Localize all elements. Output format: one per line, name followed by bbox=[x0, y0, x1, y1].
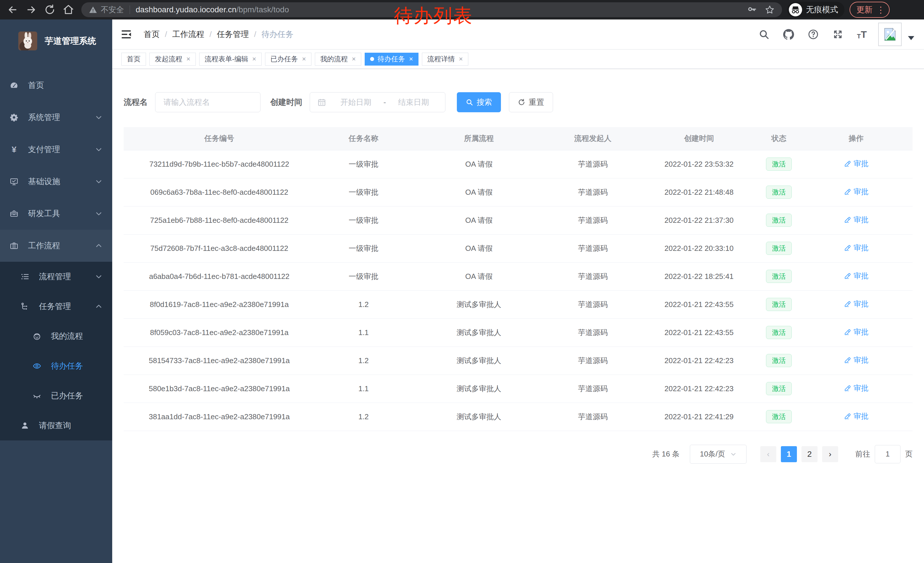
pen-icon bbox=[844, 384, 851, 392]
avatar-caret-icon[interactable] bbox=[908, 36, 914, 40]
filter-bar: 流程名 创建时间 开始日期 - 结束日期 搜索 重置 bbox=[124, 92, 912, 112]
next-page-button[interactable]: › bbox=[822, 446, 838, 462]
refresh-icon bbox=[518, 99, 525, 106]
toolbox-icon bbox=[10, 209, 18, 218]
sidebar-item-label: 任务管理 bbox=[39, 301, 71, 312]
approve-label: 审批 bbox=[854, 383, 868, 393]
cell-time: 2022-01-22 18:25:41 bbox=[640, 262, 758, 290]
sidebar-item-my-process[interactable]: 我的流程 bbox=[0, 321, 112, 351]
process-name-label: 流程名 bbox=[124, 97, 148, 108]
approve-link[interactable]: 审批 bbox=[844, 271, 868, 281]
page-button-2[interactable]: 2 bbox=[801, 446, 818, 462]
password-key-icon[interactable] bbox=[747, 5, 757, 15]
approve-link[interactable]: 审批 bbox=[844, 383, 868, 393]
tab-流程表单-编辑[interactable]: 流程表单-编辑× bbox=[199, 53, 262, 66]
home-icon[interactable] bbox=[63, 4, 74, 15]
approve-link[interactable]: 审批 bbox=[844, 355, 868, 365]
approve-link[interactable]: 审批 bbox=[844, 327, 868, 337]
sidebar-item-done-task[interactable]: 已办任务 bbox=[0, 381, 112, 411]
table-row: 73211d9d-7b9b-11ec-b5b7-acde48001122一级审批… bbox=[124, 150, 912, 178]
page-size-select[interactable]: 10条/页 bbox=[690, 445, 747, 464]
process-name-input[interactable] bbox=[155, 92, 261, 112]
broken-image-icon bbox=[882, 26, 898, 42]
avatar[interactable] bbox=[878, 23, 902, 46]
approve-link[interactable]: 审批 bbox=[844, 187, 868, 197]
github-icon[interactable] bbox=[783, 29, 794, 40]
sidebar-item-system[interactable]: 系统管理 bbox=[0, 101, 112, 134]
tab-待办任务[interactable]: 待办任务× bbox=[364, 53, 418, 66]
breadcrumb-item[interactable]: 首页 bbox=[144, 29, 160, 40]
tab-close-icon[interactable]: × bbox=[352, 56, 356, 62]
sidebar-item-label: 基础设施 bbox=[28, 176, 60, 187]
pen-icon bbox=[844, 300, 851, 308]
cell-starter: 芋道源码 bbox=[546, 375, 640, 402]
table-row: 58154733-7ac8-11ec-a9e2-a2380e71991a1.2测… bbox=[124, 347, 912, 375]
goto-page-input[interactable] bbox=[875, 445, 900, 463]
tab-首页[interactable]: 首页 bbox=[122, 53, 146, 66]
page-button-1[interactable]: 1 bbox=[781, 446, 797, 462]
approve-label: 审批 bbox=[854, 243, 868, 253]
breadcrumb-item[interactable]: 任务管理 bbox=[217, 29, 249, 40]
page-unit-label: 页 bbox=[905, 449, 912, 459]
cell-status: 激活 bbox=[758, 262, 800, 290]
tab-我的流程[interactable]: 我的流程× bbox=[315, 53, 361, 66]
sidebar-item-process-mgmt[interactable]: 流程管理 bbox=[0, 262, 112, 291]
cell-name: 1.2 bbox=[315, 290, 412, 318]
sidebar-item-devtools[interactable]: 研发工具 bbox=[0, 198, 112, 230]
url-host: dashboard.yudao.iocoder.cn bbox=[136, 5, 237, 14]
browser-menu-icon[interactable]: ⋮ bbox=[876, 5, 885, 15]
cell-action: 审批 bbox=[800, 234, 912, 262]
help-icon[interactable] bbox=[808, 29, 819, 40]
sidebar-item-leave-query[interactable]: 请假查询 bbox=[0, 411, 112, 440]
sidebar-logo-row[interactable]: 芋道管理系统 bbox=[0, 20, 112, 62]
breadcrumb-item[interactable]: 工作流程 bbox=[172, 29, 204, 40]
table-row: 580e1b3d-7ac8-11ec-a9e2-a2380e71991a1.1测… bbox=[124, 375, 912, 402]
date-range-picker[interactable]: 开始日期 - 结束日期 bbox=[310, 92, 446, 112]
chevron-down-icon bbox=[95, 178, 102, 185]
eye-closed-icon bbox=[33, 392, 41, 400]
tab-已办任务[interactable]: 已办任务× bbox=[265, 53, 311, 66]
tab-close-icon[interactable]: × bbox=[302, 56, 306, 62]
tab-close-icon[interactable]: × bbox=[459, 56, 463, 62]
fullscreen-icon[interactable] bbox=[832, 29, 843, 40]
search-icon[interactable] bbox=[759, 29, 770, 40]
user-icon bbox=[21, 421, 29, 430]
sidebar-item-label: 流程管理 bbox=[39, 271, 71, 282]
sidebar-toggle-icon[interactable] bbox=[120, 29, 132, 41]
browser-update-button[interactable]: 更新 ⋮ bbox=[850, 2, 890, 18]
bookmark-star-icon[interactable] bbox=[765, 5, 775, 15]
incognito-icon bbox=[789, 3, 802, 17]
sidebar-item-task-mgmt[interactable]: 任务管理 bbox=[0, 291, 112, 321]
approve-link[interactable]: 审批 bbox=[844, 411, 868, 421]
sidebar-item-payment[interactable]: ¥支付管理 bbox=[0, 134, 112, 165]
status-badge: 激活 bbox=[766, 214, 792, 227]
reload-icon[interactable] bbox=[44, 4, 56, 15]
approve-link[interactable]: 审批 bbox=[844, 215, 868, 225]
forward-icon[interactable] bbox=[26, 4, 37, 15]
back-icon[interactable] bbox=[7, 4, 18, 15]
tab-流程详情[interactable]: 流程详情× bbox=[422, 53, 468, 66]
prev-page-button[interactable]: ‹ bbox=[760, 446, 776, 462]
approve-link[interactable]: 审批 bbox=[844, 299, 868, 309]
sidebar-item-infra[interactable]: 基础设施 bbox=[0, 165, 112, 198]
tab-发起流程[interactable]: 发起流程× bbox=[149, 53, 196, 66]
tab-close-icon[interactable]: × bbox=[186, 56, 190, 62]
tab-close-icon[interactable]: × bbox=[409, 56, 413, 62]
table-row: 8f0d1619-7ac8-11ec-a9e2-a2380e71991a1.2测… bbox=[124, 290, 912, 318]
approve-link[interactable]: 审批 bbox=[844, 159, 868, 169]
sidebar-item-label: 已办任务 bbox=[51, 390, 83, 401]
chevron-down-icon bbox=[95, 210, 102, 217]
cell-status: 激活 bbox=[758, 318, 800, 347]
cell-name: 一级审批 bbox=[315, 234, 412, 262]
sidebar-item-workflow[interactable]: 工作流程 bbox=[0, 230, 112, 262]
sidebar-item-home[interactable]: 首页 bbox=[0, 69, 112, 101]
sidebar-item-todo-task[interactable]: 待办任务 bbox=[0, 351, 112, 381]
cell-process: 测试多审批人 bbox=[412, 375, 546, 402]
table-header-row: 任务编号任务名称所属流程流程发起人创建时间状态操作 bbox=[124, 127, 912, 150]
search-button[interactable]: 搜索 bbox=[457, 92, 501, 112]
approve-link[interactable]: 审批 bbox=[844, 243, 868, 253]
cell-action: 审批 bbox=[800, 178, 912, 206]
tab-close-icon[interactable]: × bbox=[252, 56, 256, 62]
reset-button[interactable]: 重置 bbox=[509, 92, 553, 112]
font-size-icon[interactable]: TT bbox=[857, 29, 867, 40]
